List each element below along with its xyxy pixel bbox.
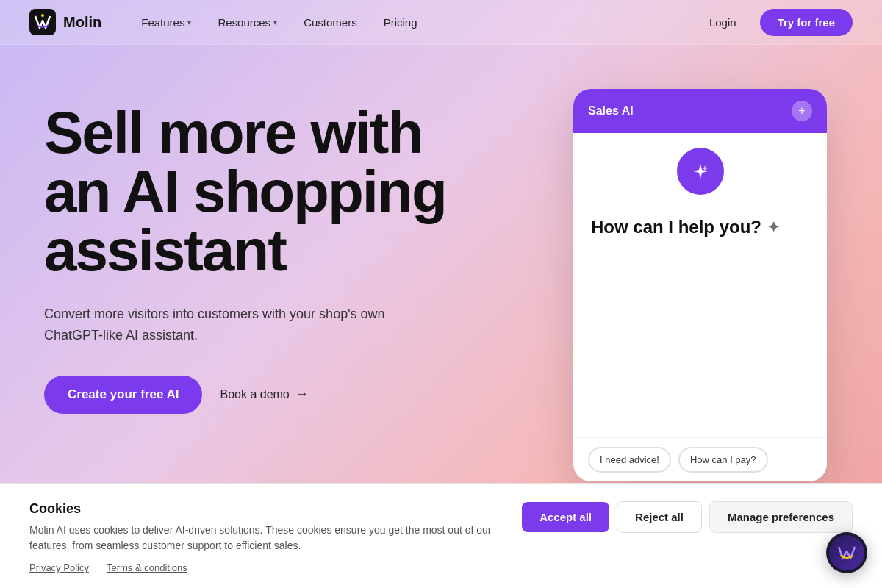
- nav-links: Features ▾ Resources ▾ Customers Pricing: [131, 10, 698, 35]
- resources-chevron-icon: ▾: [273, 18, 277, 26]
- cookie-banner: Cookies Molin AI uses cookies to deliver…: [0, 483, 882, 588]
- phone-add-icon[interactable]: +: [792, 101, 812, 121]
- cookie-description: Molin AI uses cookies to deliver AI-driv…: [29, 523, 492, 553]
- navbar: Molin Features ▾ Resources ▾ Customers P…: [0, 0, 882, 45]
- reject-all-button[interactable]: Reject all: [617, 501, 702, 533]
- cookie-footer-links: Privacy Policy Terms & conditions: [29, 562, 853, 573]
- cookie-buttons: Accept all Reject all Manage preferences: [522, 501, 853, 533]
- login-button[interactable]: Login: [698, 10, 748, 35]
- create-ai-button[interactable]: Create your free AI: [44, 376, 202, 414]
- phone-chips: I need advice! How can I pay?: [573, 437, 827, 481]
- nav-right: Login Try for free: [698, 9, 853, 36]
- nav-customers[interactable]: Customers: [293, 10, 368, 35]
- nav-pricing[interactable]: Pricing: [373, 10, 428, 35]
- hero-buttons: Create your free AI Book a demo →: [44, 376, 544, 414]
- nav-resources[interactable]: Resources ▾: [207, 10, 287, 35]
- hero-left: Sell more with an AI shopping assistant …: [44, 89, 544, 414]
- hero-title: Sell more with an AI shopping assistant: [44, 104, 544, 280]
- ai-avatar-area: [573, 133, 827, 202]
- nav-features[interactable]: Features ▾: [131, 10, 201, 35]
- sparkle-icon: ✦: [767, 218, 780, 236]
- privacy-policy-link[interactable]: Privacy Policy: [29, 562, 89, 573]
- manage-preferences-button[interactable]: Manage preferences: [709, 501, 853, 533]
- phone-header-title: Sales AI: [588, 104, 634, 118]
- cookie-top: Cookies Molin AI uses cookies to deliver…: [29, 501, 853, 553]
- phone-header: Sales AI +: [573, 89, 827, 133]
- sparkle-avatar-icon: [687, 158, 714, 184]
- logo-link[interactable]: Molin: [29, 9, 101, 35]
- molin-badge-icon: [835, 541, 858, 564]
- accept-all-button[interactable]: Accept all: [522, 502, 609, 532]
- hero-section: Sell more with an AI shopping assistant …: [0, 45, 882, 481]
- chip-advice[interactable]: I need advice!: [588, 447, 671, 473]
- features-chevron-icon: ▾: [187, 18, 191, 26]
- phone-body: How can I help you? ✦: [573, 202, 827, 437]
- molin-chat-badge[interactable]: [826, 532, 867, 573]
- molin-logo-icon: [29, 9, 56, 35]
- svg-point-1: [41, 14, 44, 17]
- chip-pay[interactable]: How can I pay?: [678, 447, 768, 473]
- book-demo-link[interactable]: Book a demo →: [220, 387, 308, 402]
- phone-mockup: Sales AI + How can I help you?: [573, 89, 827, 481]
- terms-link[interactable]: Terms & conditions: [107, 562, 187, 573]
- cookie-content: Cookies Molin AI uses cookies to deliver…: [29, 501, 492, 553]
- try-free-button[interactable]: Try for free: [760, 9, 853, 36]
- help-text: How can I help you? ✦: [591, 217, 809, 237]
- logo-text: Molin: [63, 14, 101, 31]
- arrow-icon: →: [295, 387, 309, 402]
- molin-badge-inner: [829, 535, 864, 570]
- hero-subtitle: Convert more visitors into customers wit…: [44, 304, 426, 346]
- ai-avatar-circle: [677, 148, 724, 195]
- cookie-title: Cookies: [29, 501, 492, 517]
- hero-right: Sales AI + How can I help you?: [573, 89, 838, 481]
